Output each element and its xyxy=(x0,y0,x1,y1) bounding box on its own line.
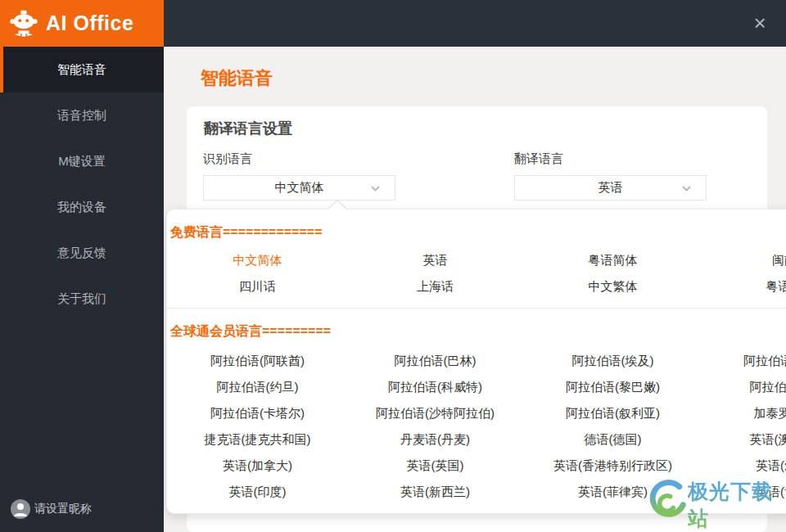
language-option[interactable]: 阿拉伯语(科威特) xyxy=(346,374,524,400)
language-option[interactable]: 丹麦语(丹麦) xyxy=(346,426,524,453)
language-option[interactable]: 阿拉伯语(巴林) xyxy=(346,348,524,374)
language-option[interactable]: 德语(德国) xyxy=(524,426,702,453)
free-languages-header: 免费语言============= xyxy=(170,224,786,239)
active-indicator xyxy=(0,47,3,92)
language-option[interactable]: 中文繁体 xyxy=(524,273,702,300)
close-icon[interactable]: × xyxy=(747,10,773,36)
sidebar-item[interactable]: M键设置 xyxy=(0,138,164,184)
avatar xyxy=(11,499,30,519)
target-language-label: 翻译语言 xyxy=(514,151,707,167)
sidebar-menu: 智能语音 语音控制 M键设置 我的设备 意见反馈 关于我们 xyxy=(0,47,164,322)
sidebar-item-label: 智能语音 xyxy=(57,62,106,78)
page-title: 智能语音 xyxy=(201,66,273,91)
language-option[interactable]: 阿拉伯语(约旦) xyxy=(169,374,346,400)
sidebar-item[interactable]: 智能语音 xyxy=(0,47,164,92)
language-option[interactable]: 中文简体 xyxy=(169,247,346,273)
language-option[interactable]: 阿拉伯语(卡塔尔) xyxy=(169,400,346,426)
sidebar-item-label: 意见反馈 xyxy=(57,246,106,261)
watermark: 极光下载站 www.xz7.com xyxy=(647,478,786,532)
sidebar-item-label: 关于我们 xyxy=(57,291,106,307)
sidebar-item-label: 我的设备 xyxy=(57,200,106,215)
language-option[interactable]: 捷克语(捷克共和国) xyxy=(169,426,346,453)
recognition-language-field: 识别语言 中文简体 xyxy=(203,151,395,201)
language-option[interactable]: 英语 xyxy=(346,247,524,273)
language-dropdown-panel: 免费语言============= 中文简体英语粤语简体闽南语四川话上海话中文繁… xyxy=(166,209,786,514)
language-option[interactable]: 阿拉伯语(阿联酋) xyxy=(169,348,346,374)
language-option[interactable]: 英语(香港特别行政区) xyxy=(524,453,702,479)
section-divider xyxy=(167,308,786,309)
watermark-site-name: 极光下载站 xyxy=(688,478,786,532)
language-option[interactable]: 四川话 xyxy=(169,273,346,300)
language-option[interactable]: 上海话 xyxy=(346,273,524,300)
free-language-grid: 中文简体英语粤语简体闽南语四川话上海话中文繁体粤语繁体 xyxy=(167,247,786,300)
language-option[interactable]: 粤语简体 xyxy=(524,247,702,273)
member-languages-header: 全球通会员语言========= xyxy=(170,323,786,338)
target-language-field: 翻译语言 英语 xyxy=(514,151,707,201)
watermark-logo-icon xyxy=(647,478,686,527)
sidebar-item[interactable]: 关于我们 xyxy=(0,276,164,322)
language-option[interactable]: 阿拉伯语(阿曼) xyxy=(702,374,786,400)
recognition-language-select[interactable]: 中文简体 xyxy=(203,175,395,201)
watermark-text: 极光下载站 www.xz7.com xyxy=(688,478,786,532)
language-option[interactable]: 英语(新西兰) xyxy=(346,479,524,505)
target-language-select[interactable]: 英语 xyxy=(514,175,707,201)
sidebar-item[interactable]: 语音控制 xyxy=(0,92,164,138)
profile-entry[interactable]: 请设置昵称 xyxy=(11,499,92,519)
sidebar-item-label: 语音控制 xyxy=(57,108,106,124)
language-option[interactable]: 英语(印度) xyxy=(169,479,346,505)
nickname-placeholder: 请设置昵称 xyxy=(34,502,92,516)
language-option[interactable]: 英语(英国) xyxy=(346,453,524,479)
sidebar-item-label: M键设置 xyxy=(58,154,106,169)
language-option[interactable]: 英语(澳大利亚) xyxy=(702,426,786,453)
card-title: 翻译语言设置 xyxy=(204,119,292,138)
recognition-language-value: 中文简体 xyxy=(275,180,324,196)
panel-content: 免费语言============= 中文简体英语粤语简体闽南语四川话上海话中文繁… xyxy=(167,210,786,508)
language-option[interactable]: 加泰罗尼亚语 xyxy=(702,400,786,426)
language-option[interactable]: 粤语繁体 xyxy=(702,273,786,300)
target-language-value: 英语 xyxy=(599,180,623,196)
language-option[interactable]: 阿拉伯语(黎巴嫩) xyxy=(524,374,702,400)
recognition-language-label: 识别语言 xyxy=(203,151,395,167)
app-logo: AI Office xyxy=(0,0,164,47)
language-option[interactable]: 英语(美国) xyxy=(169,505,346,508)
sidebar-item[interactable]: 意见反馈 xyxy=(0,230,164,276)
chevron-down-icon xyxy=(371,186,380,192)
chevron-down-icon xyxy=(682,186,691,192)
language-option[interactable]: 阿拉伯语(沙特阿拉伯) xyxy=(346,400,524,426)
main-content: 智能语音 翻译语言设置 识别语言 中文简体 翻译语言 英语 xyxy=(164,47,786,532)
robot-icon xyxy=(8,8,39,39)
language-option[interactable]: 英语(爱尔兰) xyxy=(702,453,786,479)
app-window: AI Office × 智能语音 语音控制 M键设置 我的设备 xyxy=(0,0,786,532)
language-option[interactable]: 阿拉伯语(伊拉克) xyxy=(702,348,786,374)
sidebar: 智能语音 语音控制 M键设置 我的设备 意见反馈 关于我们 xyxy=(0,47,164,532)
app-title: AI Office xyxy=(46,11,133,35)
language-option[interactable]: 阿拉伯语(叙利亚) xyxy=(524,400,702,426)
titlebar: AI Office × xyxy=(0,0,786,47)
user-icon xyxy=(11,499,30,519)
language-option[interactable]: 英语(加拿大) xyxy=(169,453,346,479)
language-option[interactable]: 英语(南非) xyxy=(346,505,524,508)
sidebar-item[interactable]: 我的设备 xyxy=(0,184,164,230)
language-option[interactable]: 闽南语 xyxy=(702,247,786,273)
language-option[interactable]: 阿拉伯语(埃及) xyxy=(524,348,702,374)
